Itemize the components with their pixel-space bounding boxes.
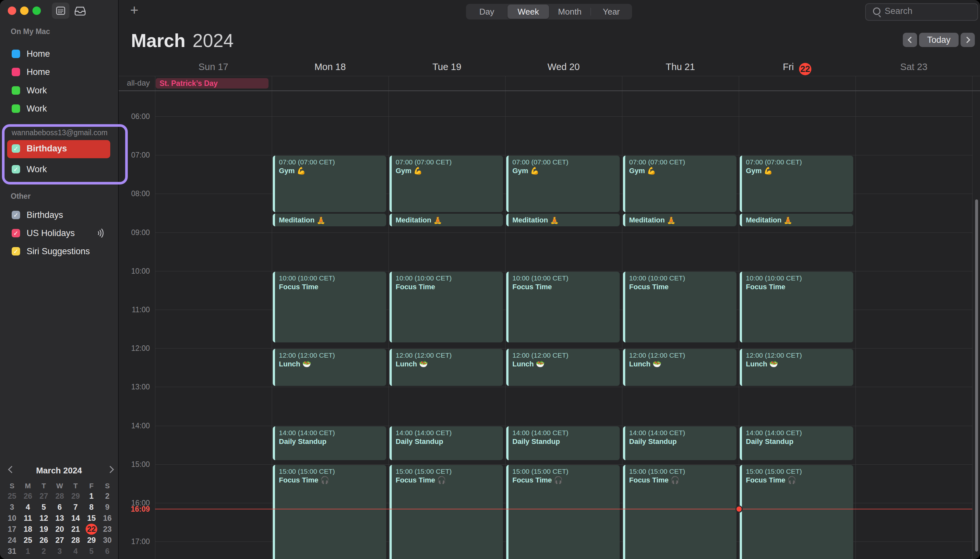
add-event-button[interactable]: + bbox=[127, 2, 141, 20]
sidebar-item-siri-suggestions[interactable]: ✓Siri Suggestions bbox=[7, 243, 110, 260]
event-block[interactable]: 15:00 (15:00 CET)Focus Time 🎧 bbox=[273, 465, 386, 559]
sidebar-item-work[interactable]: Work bbox=[7, 82, 110, 99]
close-button[interactable] bbox=[8, 7, 16, 15]
event-block[interactable]: 07:00 (07:00 CET)Gym 💪 bbox=[273, 155, 386, 212]
calendar-checkbox[interactable]: ✓ bbox=[12, 165, 20, 174]
sidebar-item-birthdays[interactable]: ✓Birthdays bbox=[7, 207, 110, 223]
next-week-button[interactable] bbox=[960, 33, 975, 47]
event-block[interactable]: 10:00 (10:00 CET)Focus Time bbox=[623, 272, 737, 342]
mini-day[interactable]: 4 bbox=[68, 546, 83, 557]
event-block[interactable]: 10:00 (10:00 CET)Focus Time bbox=[740, 272, 853, 342]
mini-day[interactable]: 14 bbox=[68, 513, 83, 524]
prev-week-button[interactable] bbox=[903, 33, 917, 47]
today-button[interactable]: Today bbox=[919, 33, 959, 47]
calendar-checkbox[interactable]: ✓ bbox=[12, 247, 20, 256]
event-block[interactable]: 14:00 (14:00 CET)Daily Standup bbox=[506, 427, 620, 460]
mini-day[interactable]: 7 bbox=[68, 502, 83, 513]
mini-day[interactable]: 30 bbox=[100, 535, 115, 546]
calendar-icon[interactable] bbox=[52, 3, 69, 19]
mini-day[interactable]: 2 bbox=[100, 491, 115, 502]
mini-day[interactable]: 1 bbox=[84, 491, 99, 502]
mini-day[interactable]: 3 bbox=[5, 502, 20, 513]
sidebar-item-work[interactable]: Work bbox=[7, 100, 110, 117]
mini-day[interactable]: 27 bbox=[52, 535, 67, 546]
mini-day[interactable]: 23 bbox=[100, 524, 115, 535]
mini-day[interactable]: 3 bbox=[52, 546, 67, 557]
search-input[interactable]: Search bbox=[865, 3, 978, 21]
mini-day[interactable]: 18 bbox=[20, 524, 35, 535]
mini-day[interactable]: 26 bbox=[20, 491, 35, 502]
mini-day[interactable]: 20 bbox=[52, 524, 67, 535]
event-block[interactable]: 14:00 (14:00 CET)Daily Standup bbox=[623, 427, 737, 460]
mini-day[interactable]: 2 bbox=[36, 546, 51, 557]
event-block[interactable]: 07:00 (07:00 CET)Gym 💪 bbox=[740, 155, 853, 212]
event-block[interactable]: 14:00 (14:00 CET)Daily Standup bbox=[740, 427, 853, 460]
mini-day[interactable]: 26 bbox=[36, 535, 51, 546]
event-block[interactable]: 10:00 (10:00 CET)Focus Time bbox=[506, 272, 620, 342]
mini-day[interactable]: 29 bbox=[68, 491, 83, 502]
event-block[interactable]: 14:00 (14:00 CET)Daily Standup bbox=[390, 427, 503, 460]
event-block[interactable]: 12:00 (12:00 CET)Lunch 🥗 bbox=[273, 349, 386, 386]
event-block[interactable]: 12:00 (12:00 CET)Lunch 🥗 bbox=[390, 349, 503, 386]
mini-day[interactable]: 6 bbox=[100, 546, 115, 557]
mini-day[interactable]: 1 bbox=[20, 546, 35, 557]
mini-day[interactable]: 22 bbox=[86, 524, 97, 535]
event-block[interactable]: 12:00 (12:00 CET)Lunch 🥗 bbox=[506, 349, 620, 386]
mini-day[interactable]: 5 bbox=[84, 546, 99, 557]
mini-day[interactable]: 24 bbox=[5, 535, 20, 546]
mini-day[interactable]: 31 bbox=[5, 546, 20, 557]
calendar-checkbox[interactable]: ✓ bbox=[12, 144, 20, 153]
event-block[interactable]: 15:00 (15:00 CET)Focus Time 🎧 bbox=[623, 465, 737, 559]
event-block[interactable]: 10:00 (10:00 CET)Focus Time bbox=[390, 272, 503, 342]
tab-year[interactable]: Year bbox=[590, 4, 632, 20]
calendar-checkbox[interactable]: ✓ bbox=[12, 229, 20, 237]
sidebar-item-home[interactable]: Home bbox=[7, 64, 110, 80]
mini-day[interactable]: 25 bbox=[20, 535, 35, 546]
event-block[interactable]: 07:00 (07:00 CET)Gym 💪 bbox=[506, 155, 620, 212]
tab-month[interactable]: Month bbox=[549, 4, 590, 20]
mini-day[interactable]: 25 bbox=[5, 491, 20, 502]
zoom-button[interactable] bbox=[32, 7, 41, 15]
mini-day[interactable]: 21 bbox=[68, 524, 83, 535]
mini-day[interactable]: 16 bbox=[100, 513, 115, 524]
calendar-color-swatch[interactable] bbox=[12, 104, 20, 113]
mini-day[interactable]: 19 bbox=[36, 524, 51, 535]
event-block[interactable]: 07:00 (07:00 CET)Gym 💪 bbox=[623, 155, 737, 212]
event-block[interactable]: Meditation 🧘 bbox=[740, 214, 853, 226]
mini-day[interactable]: 11 bbox=[20, 513, 35, 524]
mini-next-icon[interactable] bbox=[107, 467, 113, 473]
event-block[interactable]: 07:00 (07:00 CET)Gym 💪 bbox=[390, 155, 503, 212]
mini-day[interactable]: 10 bbox=[5, 513, 20, 524]
mini-day[interactable]: 4 bbox=[20, 502, 35, 513]
calendar-checkbox[interactable]: ✓ bbox=[12, 211, 20, 219]
sidebar-item-us-holidays[interactable]: ✓US Holidays bbox=[7, 225, 110, 241]
mini-day[interactable]: 17 bbox=[5, 524, 20, 535]
week-grid[interactable]: 06:0007:0008:0009:0010:0011:0012:0013:00… bbox=[119, 91, 980, 559]
tab-week[interactable]: Week bbox=[507, 5, 549, 19]
mini-day[interactable]: 12 bbox=[36, 513, 51, 524]
event-block[interactable]: Meditation 🧘 bbox=[506, 214, 620, 226]
event-block[interactable]: Meditation 🧘 bbox=[273, 214, 386, 226]
all-day-event[interactable]: St. Patrick’s Day bbox=[156, 78, 268, 89]
mini-day[interactable]: 6 bbox=[52, 502, 67, 513]
event-block[interactable]: 12:00 (12:00 CET)Lunch 🥗 bbox=[740, 349, 853, 386]
mini-day[interactable]: 15 bbox=[84, 513, 99, 524]
event-block[interactable]: 10:00 (10:00 CET)Focus Time bbox=[273, 272, 386, 342]
tab-day[interactable]: Day bbox=[466, 4, 507, 20]
sidebar-item-work[interactable]: ✓Work bbox=[7, 161, 110, 178]
event-block[interactable]: 15:00 (15:00 CET)Focus Time 🎧 bbox=[740, 465, 853, 559]
minimize-button[interactable] bbox=[20, 7, 28, 15]
event-block[interactable]: 15:00 (15:00 CET)Focus Time 🎧 bbox=[390, 465, 503, 559]
event-block[interactable]: Meditation 🧘 bbox=[623, 214, 737, 226]
vertical-scrollbar[interactable] bbox=[975, 199, 978, 552]
sidebar-item-home[interactable]: Home bbox=[7, 45, 110, 62]
calendar-color-swatch[interactable] bbox=[12, 50, 20, 58]
event-block[interactable]: 12:00 (12:00 CET)Lunch 🥗 bbox=[623, 349, 737, 386]
event-block[interactable]: 14:00 (14:00 CET)Daily Standup bbox=[273, 427, 386, 460]
event-block[interactable]: Meditation 🧘 bbox=[390, 214, 503, 226]
mini-day[interactable]: 9 bbox=[100, 502, 115, 513]
mini-day[interactable]: 8 bbox=[84, 502, 99, 513]
calendar-color-swatch[interactable] bbox=[12, 68, 20, 76]
event-block[interactable]: 15:00 (15:00 CET)Focus Time 🎧 bbox=[506, 465, 620, 559]
mini-day[interactable]: 28 bbox=[68, 535, 83, 546]
